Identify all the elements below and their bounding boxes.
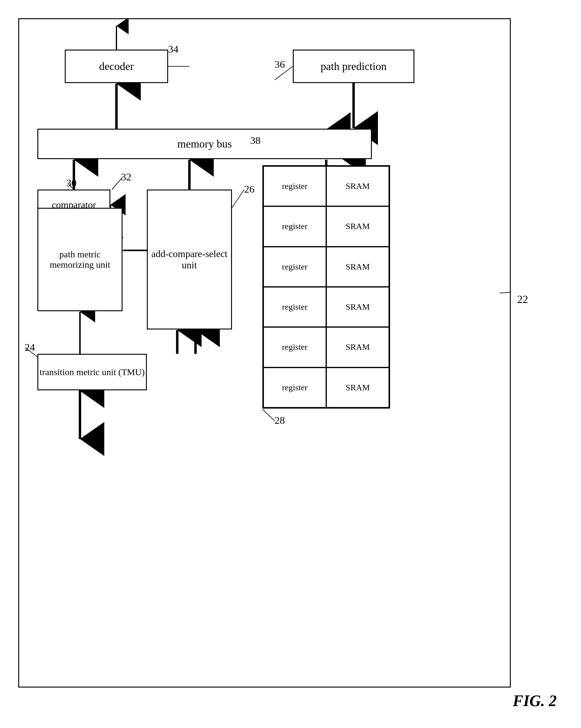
ref-38: 38 <box>250 135 260 146</box>
decoder-box: decoder <box>65 50 168 83</box>
path-prediction-box: path prediction <box>293 50 414 83</box>
acs-box: add-compare-select unit <box>147 189 232 330</box>
path-prediction-label: path prediction <box>321 60 387 73</box>
svg-line-34 <box>262 409 275 421</box>
pmm-box: path metric memorizing unit <box>37 208 122 311</box>
grid-cell-r2c1: register <box>263 206 326 246</box>
ref-26: 26 <box>244 183 254 195</box>
ref-32: 32 <box>121 171 131 183</box>
grid-cell-r2c2: SRAM <box>326 206 389 246</box>
survivor-memory-box: register SRAM register SRAM register SRA… <box>262 165 390 409</box>
pmm-label: path metric memorizing unit <box>42 249 118 270</box>
grid-cell-r3c1: register <box>263 247 326 287</box>
svg-line-30 <box>232 189 244 208</box>
grid-cell-r6c1: register <box>263 367 326 408</box>
decoder-label: decoder <box>99 60 134 73</box>
grid-cell-r5c1: register <box>263 327 326 367</box>
grid-cell-r1c2: SRAM <box>326 166 389 206</box>
tmu-box: transition metric unit (TMU) <box>37 354 147 390</box>
grid-cell-r5c2: SRAM <box>326 327 389 367</box>
grid-cell-r4c1: register <box>263 287 326 327</box>
grid-cell-r1c1: register <box>263 166 326 206</box>
memory-bus-label: memory bus <box>177 137 232 150</box>
grid-cell-r6c2: SRAM <box>326 367 389 408</box>
grid-cell-r4c2: SRAM <box>326 287 389 327</box>
page: decoder path prediction memory bus compa… <box>0 0 581 728</box>
memory-bus-box: memory bus <box>37 129 372 159</box>
ref-34: 34 <box>168 44 178 55</box>
fig-label: FIG. 2 <box>513 692 557 710</box>
survivor-grid: register SRAM register SRAM register SRA… <box>263 166 389 408</box>
ref-24: 24 <box>25 342 35 353</box>
main-diagram-box: decoder path prediction memory bus compa… <box>18 18 511 687</box>
grid-cell-r3c2: SRAM <box>326 247 389 287</box>
acs-label: add-compare-select unit <box>151 248 228 271</box>
ref-30: 30 <box>66 177 77 189</box>
ref-36: 36 <box>275 59 285 70</box>
ref-22: 22 <box>517 293 528 306</box>
ref-28: 28 <box>275 415 285 426</box>
tmu-label: transition metric unit (TMU) <box>39 367 145 377</box>
